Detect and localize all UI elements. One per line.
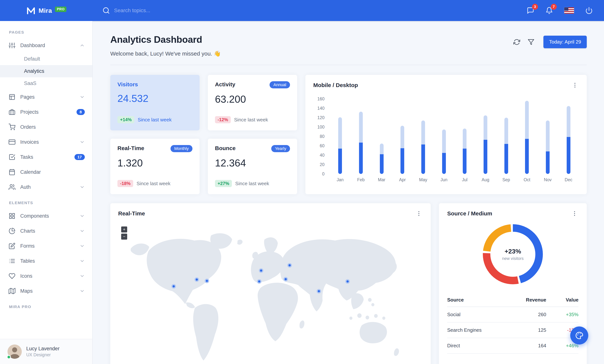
- stacked-bar: [463, 128, 466, 174]
- sidebar-item-dashboard[interactable]: Dashboard: [0, 38, 92, 53]
- refresh-icon: [513, 39, 520, 45]
- sidebar-subitem-analytics[interactable]: Analytics: [0, 65, 92, 77]
- bar-segment-mobile: [380, 154, 384, 174]
- sidebar-subitem-default[interactable]: Default: [0, 53, 92, 65]
- source-table: Source Revenue Value Social260+35%Search…: [447, 293, 579, 354]
- sidebar-item-auth[interactable]: Auth: [0, 180, 92, 195]
- chart-title: Mobile / Desktop: [313, 82, 358, 88]
- cell-revenue: 164: [509, 338, 546, 353]
- chart-menu-button[interactable]: [571, 81, 579, 89]
- sidebar-item-projects[interactable]: Projects8: [0, 104, 92, 120]
- sidebar-item-label: Components: [20, 213, 75, 219]
- bar-segment-desktop: [484, 115, 487, 140]
- stat-card-activity: ActivityAnnual63.200-12%Since last week: [208, 75, 297, 130]
- search-input[interactable]: [114, 8, 204, 13]
- bar-segment-mobile: [359, 143, 363, 174]
- zoom-in-button[interactable]: +: [121, 226, 127, 232]
- chart-card-header: Mobile / Desktop: [313, 81, 579, 89]
- sidebar-item-tables[interactable]: Tables: [0, 253, 92, 268]
- sign-out-button[interactable]: [585, 7, 593, 14]
- theme-customizer-fab[interactable]: [570, 326, 588, 344]
- header-revenue: Revenue: [509, 293, 546, 307]
- sidebar-subitem-saas[interactable]: SaaS: [0, 77, 92, 89]
- map-menu-button[interactable]: [415, 210, 423, 217]
- sidebar-item-tasks[interactable]: Tasks17: [0, 150, 92, 164]
- stat-note-row: -18%Since last week: [117, 180, 192, 188]
- map-marker-eastern-europe[interactable]: [287, 263, 292, 268]
- bar-segment-desktop: [463, 128, 466, 149]
- chevron-down-icon: [79, 94, 85, 100]
- map-marker-europe-central[interactable]: [259, 268, 263, 273]
- map-marker-us-east[interactable]: [205, 279, 209, 283]
- y-axis: 020406080100120140160: [313, 99, 325, 174]
- sidebar-nav: PagesDashboardDefaultAnalyticsSaaSPagesP…: [0, 21, 92, 339]
- filter-button[interactable]: [525, 36, 537, 48]
- stacked-bar: [380, 144, 384, 174]
- sidebar-user[interactable]: Lucy Lavender UX Designer: [0, 339, 92, 364]
- credit-card-icon: [9, 139, 15, 145]
- messages-button[interactable]: 3: [527, 7, 534, 14]
- chevron-down-icon: [79, 228, 85, 234]
- sidebar-item-charts[interactable]: Charts: [0, 224, 92, 238]
- stat-card-bounce: BounceYearly12.364+27%Since last week: [208, 139, 297, 194]
- x-axis-label: May: [413, 177, 434, 182]
- refresh-button[interactable]: [511, 36, 522, 48]
- cell-source: Direct: [447, 338, 509, 353]
- plot-area: JanFebMarAprMayJunJulAugSepOctNovDec: [330, 99, 579, 188]
- header-actions: Today: April 29: [511, 36, 587, 48]
- y-axis-tick: 140: [317, 106, 325, 111]
- sidebar-item-icons[interactable]: Icons: [0, 268, 92, 284]
- chevron-down-icon: [79, 243, 85, 249]
- x-axis-label: Aug: [475, 177, 496, 182]
- notifications-button[interactable]: 7: [545, 7, 553, 14]
- brand[interactable]: Mira PRO: [0, 6, 93, 15]
- user-role: UX Designer: [26, 352, 60, 357]
- more-vertical-icon: [571, 210, 578, 217]
- table-row-social: Social260+35%: [447, 307, 579, 322]
- map-marker-europe-west[interactable]: [257, 279, 262, 284]
- user-meta: Lucy Lavender UX Designer: [26, 346, 60, 357]
- sidebar-item-label: Icons: [20, 273, 75, 279]
- date-range-button[interactable]: Today: April 29: [543, 36, 587, 48]
- sidebar-item-orders[interactable]: Orders: [0, 120, 92, 135]
- sidebar-item-components[interactable]: Components: [0, 208, 92, 224]
- cell-revenue: 125: [509, 322, 546, 338]
- source-medium-card: Source / Medium +23% new visitors: [439, 203, 587, 364]
- bar-segment-mobile: [567, 137, 570, 174]
- map-marker-east-asia[interactable]: [345, 279, 350, 284]
- sliders-icon: [9, 42, 15, 49]
- stat-card-top: BounceYearly: [215, 145, 290, 152]
- sidebar-item-calendar[interactable]: Calendar: [0, 164, 92, 180]
- users-icon: [9, 184, 15, 190]
- stat-change-badge: +14%: [117, 116, 134, 123]
- map-marker-india[interactable]: [317, 289, 321, 293]
- sidebar-item-invoices[interactable]: Invoices: [0, 135, 92, 150]
- stacked-bar: [525, 101, 529, 174]
- map-card-header: Real-Time: [118, 210, 423, 217]
- brand-name: Mira: [39, 7, 52, 14]
- map-marker-us-central[interactable]: [195, 277, 199, 282]
- bar-chart: 020406080100120140160 JanFebMarAprMayJun…: [313, 99, 579, 188]
- map-marker-middle-east[interactable]: [283, 277, 288, 281]
- sidebar-item-forms[interactable]: Forms: [0, 238, 92, 253]
- stat-change-badge: -18%: [117, 180, 133, 187]
- pie-chart-icon: [9, 228, 15, 234]
- sidebar-item-label: Orders: [20, 124, 85, 130]
- sidebar-item-maps[interactable]: Maps: [0, 284, 92, 299]
- x-axis-label: Mar: [371, 177, 392, 182]
- source-menu-button[interactable]: [571, 210, 579, 217]
- zoom-out-button[interactable]: −: [121, 234, 127, 239]
- sidebar-section-label-pages: Pages: [0, 24, 92, 38]
- bar-column-apr: [392, 99, 413, 174]
- edit-icon: [9, 243, 15, 249]
- cell-source: Social: [447, 307, 509, 322]
- bottom-grid: Real-Time + −: [110, 203, 587, 364]
- bar-segment-mobile: [401, 148, 404, 174]
- cell-value: +35%: [546, 307, 579, 322]
- language-flag-button[interactable]: [564, 7, 574, 14]
- stat-value: 12.364: [215, 157, 290, 169]
- x-axis-label: Oct: [516, 177, 537, 182]
- table-row-search-engines: Search Engines125-12%: [447, 322, 579, 338]
- sidebar-item-pages[interactable]: Pages: [0, 89, 92, 104]
- map-marker-us-west[interactable]: [171, 284, 176, 289]
